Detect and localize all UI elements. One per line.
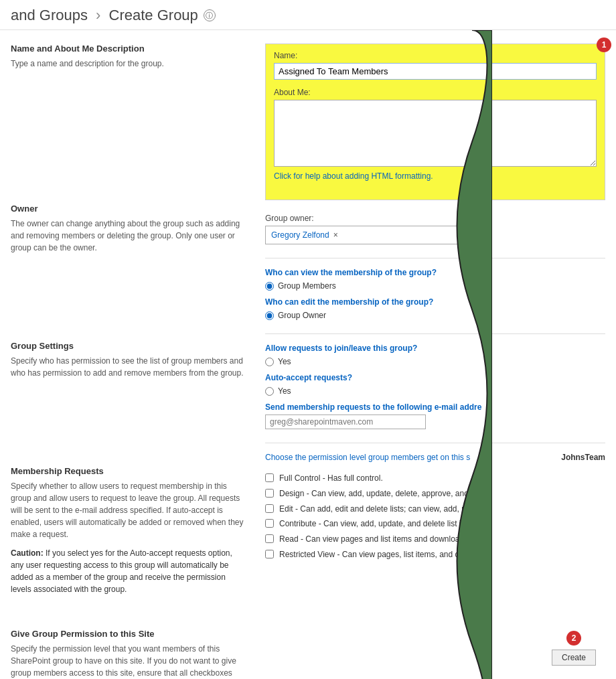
group-settings-right: Who can view the membership of the group… (265, 268, 605, 320)
permission-label-1: Design - Can view, add, update, delete, … (279, 488, 469, 500)
footer-area: 2 Create (552, 631, 596, 666)
permission-checkbox-5[interactable] (265, 550, 274, 558)
caution-text: Caution: If you select yes for the Auto-… (11, 547, 245, 595)
join-question: Allow requests to join/leave this group? (265, 344, 605, 353)
permission-checkbox-1[interactable] (265, 489, 274, 498)
group-settings-desc: Specify who has permission to see the li… (11, 355, 245, 379)
edit-group-owner-radio[interactable] (265, 311, 274, 320)
permission-row[interactable]: Edit - Can add, edit and delete lists; c… (265, 504, 605, 515)
name-description-section: Name and About Me Description Type a nam… (11, 44, 245, 70)
about-me-textarea[interactable] (274, 100, 597, 167)
membership-section-left: Membership Requests Specify whether to a… (11, 466, 245, 595)
breadcrumb-part2: Create Group (109, 7, 198, 23)
left-panel: Name and About Me Description Type a nam… (11, 44, 258, 679)
permission-row[interactable]: Restricted View - Can view pages, list i… (265, 549, 605, 560)
send-email-section: Send membership requests to the followin… (265, 402, 605, 429)
auto-accept-question: Auto-accept requests? (265, 373, 605, 382)
caution-detail: If you select yes for the Auto-accept re… (11, 548, 232, 594)
right-panel: 1 Name: About Me: Click for help about a… (258, 44, 605, 679)
permission-title: Give Group Permission to this Site (11, 629, 245, 639)
membership-section-right: Allow requests to join/leave this group?… (265, 344, 605, 429)
breadcrumb-header: and Groups › Create Group ⓘ (0, 0, 616, 30)
badge-1: 1 (597, 37, 611, 52)
about-me-section: About Me: Click for help about adding HT… (274, 88, 597, 181)
name-input[interactable] (274, 63, 597, 80)
group-owner-label: Group owner: (265, 214, 605, 223)
membership-desc: Specify whether to allow users to reques… (11, 480, 245, 540)
owner-section-left: Owner The owner can change anything abou… (11, 204, 245, 254)
edit-group-owner-label: Group Owner (278, 311, 326, 320)
permission-row[interactable]: Full Control - Has full control. (265, 473, 605, 484)
info-icon[interactable]: ⓘ (204, 9, 216, 21)
permission-label-2: Edit - Can add, edit and delete lists; c… (279, 504, 475, 515)
join-yes-option[interactable]: Yes (265, 357, 605, 366)
breadcrumb-separator: › (96, 7, 100, 23)
join-yes-label: Yes (278, 357, 291, 366)
permission-checkboxes: Full Control - Has full control.Design -… (265, 473, 605, 560)
about-me-label: About Me: (274, 88, 597, 97)
breadcrumb-part1: and Groups (11, 7, 88, 23)
permission-checkbox-2[interactable] (265, 504, 274, 513)
owner-remove-button[interactable]: × (333, 230, 338, 240)
edit-question: Who can edit the membership of the group… (265, 297, 605, 307)
membership-title: Membership Requests (11, 466, 245, 476)
group-settings-title: Group Settings (11, 341, 245, 351)
badge-2: 2 (566, 631, 581, 646)
auto-accept-yes-option[interactable]: Yes (265, 386, 605, 396)
create-button[interactable]: Create (552, 650, 596, 666)
group-settings-section-left: Group Settings Specify who has permissio… (11, 341, 245, 379)
view-group-members-option[interactable]: Group Members (265, 281, 605, 291)
permission-label-4: Read - Can view pages and list items and… (279, 534, 464, 545)
send-email-label: Send membership requests to the followin… (265, 402, 605, 412)
permission-label-3: Contribute - Can view, add, update, and … (279, 518, 468, 530)
owner-title: Owner (11, 204, 245, 214)
separator-3 (265, 443, 605, 443)
email-input[interactable] (265, 414, 426, 429)
permission-checkbox-3[interactable] (265, 519, 274, 528)
permission-label-5: Restricted View - Can view pages, list i… (279, 549, 464, 560)
permission-section-right: Choose the permission level group member… (265, 453, 605, 560)
html-help-link[interactable]: Click for help about adding HTML formatt… (274, 171, 433, 181)
permission-col-header: JohnsTeam (561, 453, 605, 462)
auto-accept-yes-label: Yes (278, 386, 291, 396)
view-group-members-label: Group Members (278, 281, 336, 291)
join-yes-radio[interactable] (265, 358, 274, 366)
name-section-desc: Type a name and description for the grou… (11, 58, 245, 70)
separator-1 (265, 258, 605, 258)
caution-label: Caution: (11, 548, 44, 558)
view-question: Who can view the membership of the group… (265, 268, 605, 277)
edit-group-owner-option[interactable]: Group Owner (265, 311, 605, 320)
auto-accept-yes-radio[interactable] (265, 387, 274, 396)
permission-row[interactable]: Contribute - Can view, add, update, and … (265, 518, 605, 530)
name-section-title: Name and About Me Description (11, 44, 245, 54)
permission-question: Choose the permission level group member… (265, 453, 554, 462)
permission-section-left: Give Group Permission to this Site Speci… (11, 629, 245, 679)
breadcrumb: and Groups › Create Group (11, 7, 198, 24)
permission-label-0: Full Control - Has full control. (279, 473, 383, 484)
permission-checkbox-0[interactable] (265, 473, 274, 482)
owner-section-right: Group owner: Gregory Zelfond × (265, 214, 605, 244)
main-content: Name and About Me Description Type a nam… (0, 30, 616, 679)
permission-row[interactable]: Read - Can view pages and list items and… (265, 534, 605, 545)
permission-desc: Specify the permission level that you wa… (11, 643, 245, 679)
group-owner-box[interactable]: Gregory Zelfond × (265, 226, 479, 244)
owner-desc: The owner can change anything about the … (11, 218, 245, 254)
view-group-members-radio[interactable] (265, 282, 274, 291)
name-about-box: 1 Name: About Me: Click for help about a… (265, 44, 605, 200)
owner-name: Gregory Zelfond (271, 230, 329, 240)
permission-checkbox-4[interactable] (265, 534, 274, 543)
separator-2 (265, 333, 605, 334)
permission-row[interactable]: Design - Can view, add, update, delete, … (265, 488, 605, 500)
name-field-label: Name: (274, 51, 597, 60)
